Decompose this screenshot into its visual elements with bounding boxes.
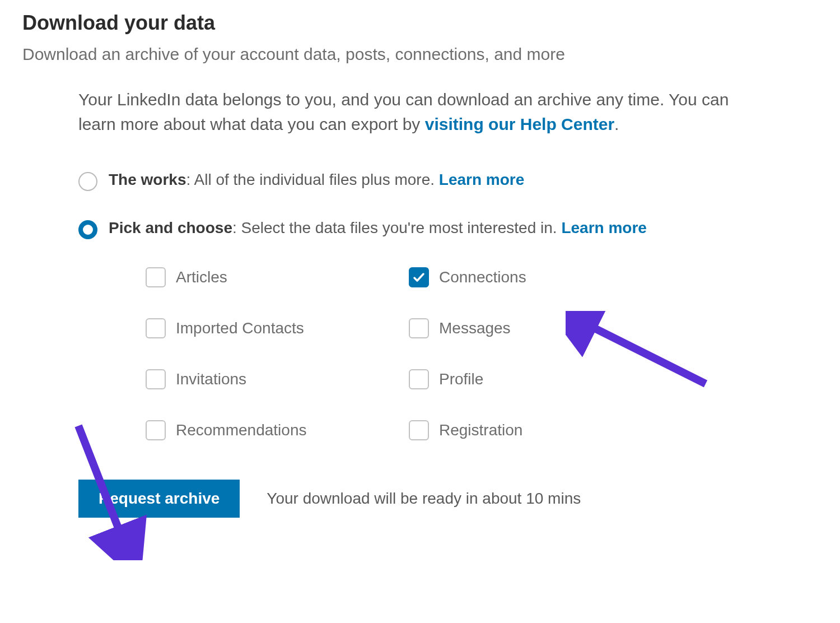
checkbox-label: Messages [439,319,511,337]
learn-more-link[interactable]: Learn more [439,171,525,188]
radio-label-bold: The works [109,171,186,188]
radio-label-desc: : All of the individual files plus more. [186,171,438,188]
checkbox-item-articles[interactable]: Articles [146,267,409,287]
info-text-before: Your LinkedIn data belongs to you, and y… [78,90,729,133]
checkbox-item-recommendations[interactable]: Recommendations [146,420,409,440]
action-row: Request archive Your download will be re… [78,480,818,518]
checkbox-icon[interactable] [146,267,166,287]
checkbox-label: Registration [439,421,522,439]
status-text: Your download will be ready in about 10 … [267,490,581,508]
checkbox-item-profile[interactable]: Profile [409,369,672,389]
checkbox-item-invitations[interactable]: Invitations [146,369,409,389]
checkbox-item-imported-contacts[interactable]: Imported Contacts [146,318,409,338]
radio-label-bold: Pick and choose [109,219,232,236]
checkbox-item-connections[interactable]: Connections [409,267,672,287]
checkbox-label: Articles [176,268,227,286]
checkbox-icon[interactable] [146,369,166,389]
checkbox-icon[interactable] [409,420,429,440]
info-text-after: . [614,115,619,133]
checkbox-item-messages[interactable]: Messages [409,318,672,338]
checkbox-grid: ArticlesConnectionsImported ContactsMess… [146,267,818,440]
info-paragraph: Your LinkedIn data belongs to you, and y… [78,87,750,136]
checkbox-item-registration[interactable]: Registration [409,420,672,440]
checkbox-label: Imported Contacts [176,319,304,337]
request-archive-button[interactable]: Request archive [78,480,240,518]
checkbox-label: Profile [439,370,483,388]
checkbox-label: Recommendations [176,421,306,439]
page-title: Download your data [22,11,818,35]
radio-label: The works: All of the individual files p… [109,171,524,189]
checkbox-label: Invitations [176,370,246,388]
radio-option-pick-and-choose[interactable]: Pick and choose: Select the data files y… [78,219,818,239]
radio-icon[interactable] [78,172,97,191]
checkbox-icon[interactable] [409,369,429,389]
checkbox-icon[interactable] [146,420,166,440]
help-center-link[interactable]: visiting our Help Center [425,115,614,133]
radio-icon[interactable] [78,220,97,239]
radio-label-desc: : Select the data files you're most inte… [232,219,561,236]
radio-option-the-works[interactable]: The works: All of the individual files p… [78,171,818,191]
page-subtitle: Download an archive of your account data… [22,45,818,64]
checkbox-label: Connections [439,268,526,286]
checkbox-icon[interactable] [409,318,429,338]
checkbox-icon[interactable] [146,318,166,338]
radio-label: Pick and choose: Select the data files y… [109,219,647,237]
learn-more-link[interactable]: Learn more [561,219,647,236]
checkbox-icon[interactable] [409,267,429,287]
